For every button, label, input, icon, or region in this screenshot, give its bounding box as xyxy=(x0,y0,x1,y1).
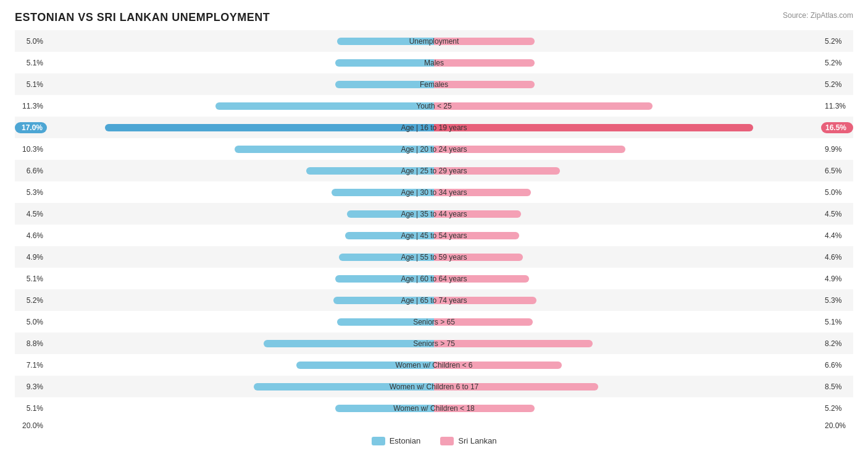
right-value: 5.0% xyxy=(821,188,853,197)
bar-estonian xyxy=(332,189,434,196)
bar-estonian xyxy=(105,124,434,131)
left-value: 10.3% xyxy=(15,145,47,154)
chart-row: 5.1%Males5.2% xyxy=(15,52,853,73)
right-value: 5.2% xyxy=(821,80,853,89)
bar-srilankan xyxy=(434,81,535,88)
left-value: 17.0% xyxy=(15,122,47,133)
bar-srilankan xyxy=(434,254,523,261)
bar-estonian xyxy=(335,405,434,412)
bars-section: Age | 20 to 24 years xyxy=(47,141,821,158)
bar-estonian xyxy=(254,383,434,391)
chart-row: 5.0%Unemployment5.2% xyxy=(15,30,853,52)
bar-srilankan xyxy=(434,146,625,153)
bar-estonian xyxy=(335,59,434,67)
right-value: 6.6% xyxy=(821,361,853,370)
bars-section: Youth < 25 xyxy=(47,97,821,115)
bar-srilankan xyxy=(434,124,753,131)
bars-section: Age | 35 to 44 years xyxy=(47,205,821,223)
right-value: 8.2% xyxy=(821,339,853,348)
right-value: 6.5% xyxy=(821,167,853,175)
right-value: 11.3% xyxy=(821,102,853,110)
right-value: 5.3% xyxy=(821,296,853,305)
left-value: 7.1% xyxy=(15,361,47,370)
bar-srilankan xyxy=(434,318,533,326)
bar-srilankan xyxy=(434,383,598,391)
left-value: 5.3% xyxy=(15,188,47,197)
source-text: Source: ZipAtlas.com xyxy=(783,11,853,20)
chart-container: ESTONIAN VS SRI LANKAN UNEMPLOYMENT Sour… xyxy=(0,0,868,464)
chart-row: 5.1%Females5.2% xyxy=(15,73,853,95)
right-value: 5.1% xyxy=(821,318,853,326)
left-value: 5.2% xyxy=(15,296,47,305)
legend-estonian: Estonian xyxy=(372,436,421,445)
right-value: 5.2% xyxy=(821,404,853,413)
legend-srilankan-label: Sri Lankan xyxy=(458,436,496,445)
bar-srilankan xyxy=(434,362,562,369)
chart-row: 7.1%Women w/ Children < 66.6% xyxy=(15,354,853,376)
left-value: 5.1% xyxy=(15,275,47,283)
bar-estonian xyxy=(339,254,434,261)
chart-row: 5.1%Women w/ Children < 185.2% xyxy=(15,397,853,419)
right-value: 4.5% xyxy=(821,210,853,218)
legend-estonian-color xyxy=(372,437,385,445)
right-value: 4.4% xyxy=(821,231,853,240)
chart-row: 8.8%Seniors > 758.2% xyxy=(15,333,853,354)
bar-estonian xyxy=(235,146,434,153)
bar-estonian xyxy=(347,210,434,218)
left-value: 5.1% xyxy=(15,404,47,413)
bar-srilankan xyxy=(434,340,593,347)
bar-srilankan xyxy=(434,405,535,412)
right-value: 4.6% xyxy=(821,253,853,262)
chart-row: 4.9%Age | 55 to 59 years4.6% xyxy=(15,246,853,268)
chart-row: 10.3%Age | 20 to 24 years9.9% xyxy=(15,138,853,160)
axis-right-value: 20.0% xyxy=(821,421,853,430)
left-value: 11.3% xyxy=(15,102,47,110)
axis-left-value: 20.0% xyxy=(15,421,47,430)
left-value: 5.1% xyxy=(15,59,47,67)
axis-row: 20.0% 20.0% xyxy=(15,421,853,430)
chart-row: 17.0%Age | 16 to 19 years16.5% xyxy=(15,117,853,138)
right-value: 8.5% xyxy=(821,382,853,391)
right-value: 16.5% xyxy=(821,122,853,133)
bar-srilankan xyxy=(434,189,531,196)
legend-srilankan-color xyxy=(440,437,454,445)
bar-srilankan xyxy=(434,297,536,304)
left-value: 5.1% xyxy=(15,80,47,89)
bar-srilankan xyxy=(434,38,535,45)
bars-section: Age | 16 to 19 years xyxy=(47,119,821,136)
legend: Estonian Sri Lankan xyxy=(15,436,853,445)
bars-section: Women w/ Children < 18 xyxy=(47,400,821,417)
bar-srilankan xyxy=(434,102,653,110)
bars-section: Women w/ Children < 6 xyxy=(47,357,821,374)
bars-section: Age | 45 to 54 years xyxy=(47,227,821,244)
bar-srilankan xyxy=(434,275,529,283)
left-value: 6.6% xyxy=(15,167,47,175)
chart-area: 5.0%Unemployment5.2%5.1%Males5.2%5.1%Fem… xyxy=(15,30,853,419)
bars-section: Males xyxy=(47,54,821,72)
bar-srilankan xyxy=(434,210,521,218)
bars-section: Women w/ Children 6 to 17 xyxy=(47,378,821,395)
right-value: 5.2% xyxy=(821,59,853,67)
right-value: 5.2% xyxy=(821,37,853,46)
bar-estonian xyxy=(345,232,434,239)
bar-srilankan xyxy=(434,167,560,175)
chart-row: 5.1%Age | 60 to 64 years4.9% xyxy=(15,268,853,289)
left-value: 9.3% xyxy=(15,382,47,391)
bar-estonian xyxy=(335,81,434,88)
right-value: 4.9% xyxy=(821,275,853,283)
bar-srilankan xyxy=(434,59,535,67)
chart-row: 9.3%Women w/ Children 6 to 178.5% xyxy=(15,376,853,397)
bars-section: Females xyxy=(47,76,821,93)
bar-estonian xyxy=(296,362,434,369)
bar-estonian xyxy=(333,297,434,304)
bar-estonian xyxy=(264,340,434,347)
chart-row: 4.6%Age | 45 to 54 years4.4% xyxy=(15,225,853,246)
bar-estonian xyxy=(337,318,434,326)
chart-row: 5.2%Age | 65 to 74 years5.3% xyxy=(15,289,853,311)
left-value: 8.8% xyxy=(15,339,47,348)
bars-section: Unemployment xyxy=(47,33,821,50)
bars-section: Age | 60 to 64 years xyxy=(47,270,821,287)
bars-section: Age | 65 to 74 years xyxy=(47,292,821,309)
left-value: 4.5% xyxy=(15,210,47,218)
left-value: 4.9% xyxy=(15,253,47,262)
